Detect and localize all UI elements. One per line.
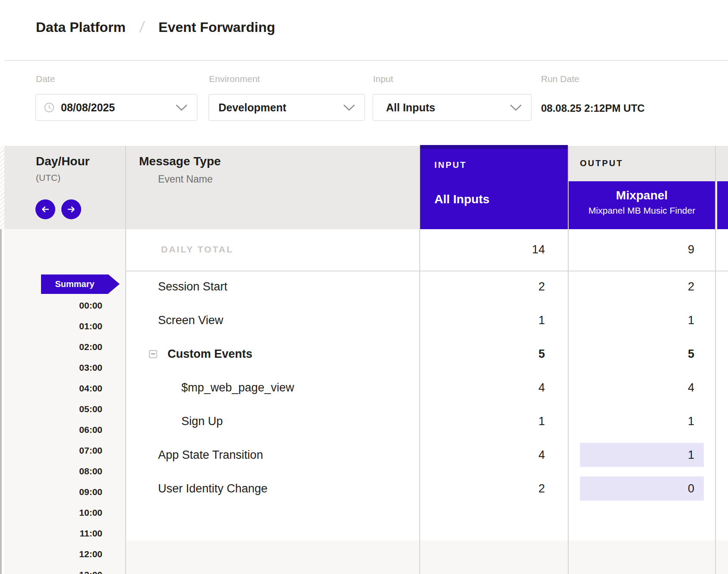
hour-item[interactable]: 09:00	[4, 482, 102, 502]
daily-total-input-count: 14	[419, 237, 545, 262]
output-count-cell: 2	[568, 274, 694, 299]
breadcrumb-section[interactable]: Data Platform	[36, 19, 126, 35]
event-name-cell: Custom Events	[149, 342, 253, 366]
day-hour-header: Day/Hour	[36, 155, 89, 168]
input-count-cell: 5	[419, 342, 545, 366]
daily-total-output-count: 9	[568, 237, 694, 262]
hour-item[interactable]: 03:00	[4, 357, 102, 378]
input-count-cell: 4	[419, 443, 545, 467]
event-name-cell: Session Start	[149, 274, 228, 299]
input-dropdown[interactable]: All Inputs	[373, 94, 532, 121]
minus-square-icon[interactable]	[149, 350, 157, 358]
event-name-subheader: Event Name	[158, 173, 213, 185]
clock-icon	[44, 102, 55, 113]
input-value: All Inputs	[386, 101, 435, 114]
summary-badge[interactable]: Summary	[41, 274, 108, 294]
arrow-left-icon	[40, 204, 51, 214]
output-count-cell: 5	[568, 342, 694, 366]
hour-item[interactable]: 08:00	[4, 461, 102, 482]
date-filter-label: Date	[36, 74, 55, 84]
day-hour-timezone: (UTC)	[36, 173, 60, 183]
table-row: App State Transition41	[0, 443, 728, 467]
next-connection-header-partial[interactable]	[717, 181, 728, 229]
message-type-header: Message Type	[139, 155, 221, 168]
table-row: User Identity Change20	[0, 476, 728, 501]
input-filter-label: Input	[373, 74, 393, 84]
event-name-cell: Screen View	[149, 308, 223, 332]
hour-item[interactable]: 01:00	[4, 316, 102, 337]
output-column-tag: OUTPUT	[580, 158, 623, 168]
hour-item[interactable]: 04:00	[4, 378, 102, 399]
grid-body-footer	[125, 540, 728, 574]
table-row: Custom Events55	[0, 342, 728, 366]
hour-item[interactable]: 07:00	[4, 440, 102, 461]
event-name-cell: Sign Up	[149, 409, 223, 433]
hour-item[interactable]: 05:00	[4, 399, 102, 419]
event-name-cell: $mp_web_page_view	[149, 375, 294, 400]
summary-badge-label: Summary	[55, 279, 94, 289]
table-row: Sign Up11	[0, 409, 728, 433]
input-column-header[interactable]: INPUT All Inputs	[420, 145, 568, 229]
connection-name: Mixpanel	[569, 189, 715, 202]
top-divider	[4, 60, 728, 61]
event-name-cell: App State Transition	[149, 443, 263, 467]
daily-total-label: DAILY TOTAL	[161, 237, 234, 262]
connection-subtitle: Mixpanel MB Music Finder	[569, 205, 715, 216]
hour-item[interactable]: 12:00	[4, 544, 102, 565]
output-connection-header[interactable]: Mixpanel Mixpanel MB Music Finder	[569, 181, 715, 229]
hour-item[interactable]: 13:00	[4, 565, 102, 574]
daily-total-row: DAILY TOTAL 14 9	[0, 237, 728, 262]
date-value: 08/08/2025	[61, 101, 115, 114]
input-count-cell: 4	[419, 375, 545, 400]
input-column-tag: INPUT	[434, 160, 467, 170]
breadcrumb-separator: /	[139, 18, 146, 36]
daily-total-divider	[125, 271, 728, 271]
vertical-scrollbar[interactable]	[0, 229, 2, 574]
chevron-down-icon	[176, 104, 187, 111]
input-count-cell: 1	[419, 409, 545, 433]
hour-item[interactable]: 06:00	[4, 419, 102, 440]
run-date-value: 08.08.25 2:12PM UTC	[541, 102, 645, 114]
input-count-cell: 2	[419, 476, 545, 501]
run-date-label: Run Date	[541, 74, 579, 84]
environment-value: Development	[218, 101, 286, 114]
output-count-cell: 1	[568, 409, 694, 433]
input-count-cell: 1	[419, 308, 545, 332]
input-count-cell: 2	[419, 274, 545, 299]
selected-input-indicator	[420, 145, 568, 149]
table-row: $mp_web_page_view44	[0, 375, 728, 400]
chevron-down-icon	[510, 104, 522, 111]
output-count-cell: 1	[568, 443, 694, 467]
hour-item[interactable]: 10:00	[4, 502, 102, 523]
environment-filter-label: Environment	[209, 74, 260, 84]
breadcrumb: Data Platform / Event Forwarding	[36, 18, 275, 36]
page-title: Event Forwarding	[158, 19, 275, 35]
next-day-button[interactable]	[61, 199, 81, 219]
environment-dropdown[interactable]: Development	[209, 94, 365, 121]
output-count-cell: 0	[568, 476, 694, 501]
event-forwarding-page: Data Platform / Event Forwarding Date 08…	[0, 0, 728, 574]
left-edge-pattern	[0, 146, 4, 229]
event-name-cell: User Identity Change	[149, 476, 268, 501]
table-row: Screen View11	[0, 308, 728, 332]
chevron-down-icon	[343, 104, 355, 111]
hour-item[interactable]: 11:00	[4, 523, 102, 544]
hour-item[interactable]: 02:00	[4, 337, 102, 357]
date-dropdown[interactable]: 08/08/2025	[35, 94, 197, 121]
output-count-cell: 4	[568, 375, 694, 400]
input-column-selection: All Inputs	[434, 192, 490, 206]
prev-day-button[interactable]	[35, 199, 55, 219]
output-count-cell: 1	[568, 308, 694, 332]
arrow-right-icon	[66, 204, 76, 214]
hour-item[interactable]: 00:00	[4, 295, 102, 316]
